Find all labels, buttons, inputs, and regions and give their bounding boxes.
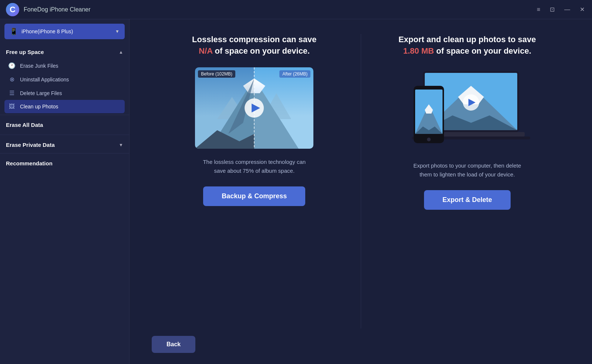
minimize-button[interactable]: — bbox=[563, 5, 572, 14]
expand-icon: ▼ bbox=[119, 142, 123, 148]
clock-icon: 🕐 bbox=[8, 62, 16, 69]
window-controls: ≡ ⊡ — ✕ bbox=[535, 4, 586, 14]
export-description: Export photos to your computer, then del… bbox=[412, 161, 523, 179]
device-selector[interactable]: 📱 iPhone(iPhone 8 Plus) ▼ bbox=[4, 24, 125, 39]
export-heading: Export and clean up photos to save 1.80 … bbox=[398, 34, 536, 57]
device-name: iPhone(iPhone 8 Plus) bbox=[21, 28, 111, 34]
free-up-space-section: Free up Space ▲ 🕐 Erase Junk Files ⊗ Uni… bbox=[0, 44, 129, 113]
sidebar-item-delete-large[interactable]: ☰ Delete Large Files bbox=[4, 86, 125, 100]
panel-divider bbox=[361, 34, 361, 328]
back-button[interactable]: Back bbox=[152, 336, 195, 353]
erase-private-header[interactable]: Erase Private Data ▼ bbox=[4, 136, 125, 152]
close-button[interactable]: ✕ bbox=[578, 4, 586, 14]
sidebar-item-label: Delete Large Files bbox=[20, 90, 62, 96]
compress-description: The lossless compression technology can … bbox=[199, 158, 310, 175]
sidebar-item-recommendation[interactable]: Recommendation bbox=[4, 155, 125, 172]
compress-heading-text3: of space on your device. bbox=[215, 46, 310, 55]
collapse-icon: ▲ bbox=[119, 50, 123, 55]
svg-point-36 bbox=[427, 138, 431, 141]
export-heading-text3: of space on your device. bbox=[436, 46, 531, 55]
erase-all-section: Erase All Data bbox=[0, 117, 129, 133]
sidebar-item-label: Uninstall Applications bbox=[20, 77, 69, 82]
content-area: Lossless compression can save N/A of spa… bbox=[130, 19, 592, 364]
compress-image-container: Before (102MB) After (26MB) bbox=[195, 67, 313, 149]
export-delete-button[interactable]: Export & Delete bbox=[424, 190, 511, 210]
device-image-container bbox=[404, 67, 530, 152]
photos-icon: 🖼 bbox=[8, 103, 16, 110]
sidebar: 📱 iPhone(iPhone 8 Plus) ▼ Free up Space … bbox=[0, 19, 130, 364]
app-logo: C bbox=[6, 3, 19, 16]
apps-icon: ⊗ bbox=[8, 76, 16, 83]
chevron-down-icon: ▼ bbox=[115, 29, 120, 34]
erase-private-section: Erase Private Data ▼ bbox=[0, 136, 129, 152]
panels-container: Lossless compression can save N/A of spa… bbox=[130, 19, 592, 328]
sidebar-item-uninstall-apps[interactable]: ⊗ Uninstall Applications bbox=[4, 73, 125, 86]
files-icon: ☰ bbox=[8, 90, 16, 97]
chat-button[interactable]: ⊡ bbox=[548, 4, 556, 14]
sidebar-item-label: Erase Junk Files bbox=[20, 63, 58, 69]
compress-heading: Lossless compression can save N/A of spa… bbox=[192, 34, 316, 57]
after-badge: After (26MB) bbox=[279, 70, 310, 78]
mountain-image bbox=[195, 67, 313, 149]
titlebar: C FoneDog iPhone Cleaner ≡ ⊡ — ✕ bbox=[0, 0, 592, 19]
compress-heading-text1: Lossless compression can save bbox=[192, 35, 316, 44]
backup-compress-button[interactable]: Backup & Compress bbox=[203, 186, 305, 206]
device-icon: 📱 bbox=[10, 27, 18, 36]
sidebar-divider-1 bbox=[0, 115, 129, 115]
sidebar-item-erase-junk[interactable]: 🕐 Erase Junk Files bbox=[4, 59, 125, 73]
menu-button[interactable]: ≡ bbox=[535, 5, 542, 14]
sidebar-item-label: Clean up Photos bbox=[20, 104, 58, 109]
before-badge: Before (102MB) bbox=[198, 70, 235, 78]
export-panel: Export and clean up photos to save 1.80 … bbox=[365, 34, 570, 328]
device-illustration bbox=[404, 67, 530, 152]
compress-panel: Lossless compression can save N/A of spa… bbox=[152, 34, 357, 328]
sidebar-divider-2 bbox=[0, 135, 129, 135]
free-up-space-title: Free up Space bbox=[6, 49, 44, 55]
free-up-space-header[interactable]: Free up Space ▲ bbox=[4, 44, 125, 59]
main-layout: 📱 iPhone(iPhone 8 Plus) ▼ Free up Space … bbox=[0, 19, 592, 364]
content-footer: Back bbox=[130, 328, 592, 364]
export-highlight: 1.80 MB bbox=[403, 46, 434, 55]
compress-highlight: N/A bbox=[199, 46, 212, 55]
export-heading-text1: Export and clean up photos to save bbox=[398, 35, 536, 44]
sidebar-item-erase-all[interactable]: Erase All Data bbox=[4, 117, 125, 133]
recommendation-section: Recommendation bbox=[0, 155, 129, 172]
erase-private-title: Erase Private Data bbox=[6, 142, 55, 148]
sidebar-divider-3 bbox=[0, 153, 129, 154]
sidebar-item-clean-photos[interactable]: 🖼 Clean up Photos bbox=[4, 100, 125, 113]
app-title: FoneDog iPhone Cleaner bbox=[24, 6, 535, 13]
